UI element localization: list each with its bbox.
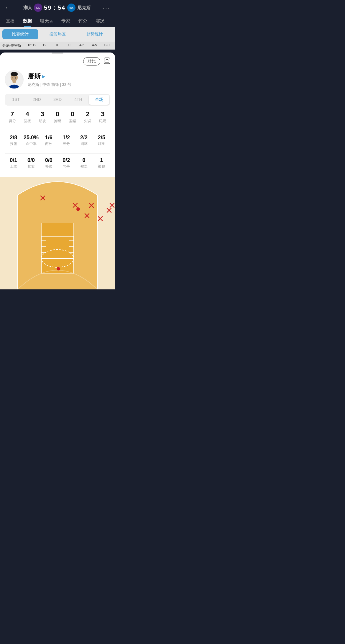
advanced-stat-item: 0/0补篮: [40, 157, 58, 169]
advanced-stats-section: 0/1上篮0/0扣篮0/0补篮0/2勾手0被盖1被犯: [0, 157, 115, 175]
score-display: 湖人 LAL 59 : 54 NYK 尼克斯: [23, 4, 91, 12]
stat-item: 0抢断: [50, 110, 65, 124]
divider-1: [5, 131, 110, 131]
compare-button[interactable]: 对比: [83, 57, 100, 65]
player-name: 唐斯 ▶: [28, 72, 71, 81]
player-avatar: [5, 70, 24, 89]
lal-badge: LAL: [34, 4, 42, 12]
shoot-label: 三分: [58, 141, 75, 146]
svg-rect-22: [41, 223, 74, 236]
stat-item: 3犯规: [95, 110, 110, 124]
shooting-stats-row: 2/8投篮25.0%命中率1/6两分1/2三分2/2罚球2/5跳投: [5, 135, 110, 146]
period-tab-3rd[interactable]: 3RD: [47, 95, 68, 105]
player-nav-arrow[interactable]: ▶: [42, 74, 45, 79]
modal-handle: [52, 53, 63, 54]
svg-point-5: [11, 72, 18, 76]
stat-value: 0: [50, 110, 65, 118]
stat-label: 失误: [80, 119, 95, 124]
shoot-value: 1/6: [40, 135, 58, 141]
divider-2: [5, 153, 110, 154]
shoot-label: 罚球: [75, 141, 93, 146]
score-separator: :: [53, 4, 56, 11]
sub-tab-match-stats[interactable]: 比赛统计: [2, 29, 38, 39]
shoot-value: 25.0%: [22, 135, 40, 141]
header: ← 湖人 LAL 59 : 54 NYK 尼克斯 ···: [0, 0, 115, 15]
sub-tab-trend[interactable]: 趋势统计: [77, 29, 113, 39]
stat-label: 盖帽: [65, 119, 80, 124]
advanced-value: 1: [93, 157, 110, 163]
svg-point-7: [15, 77, 16, 78]
home-team-name: 湖人: [23, 5, 32, 11]
advanced-value: 0: [75, 157, 93, 163]
shot-chart-court: [0, 177, 115, 289]
shoot-value: 2/5: [93, 135, 110, 141]
stat-label: 抢断: [50, 119, 65, 124]
advanced-label: 补篮: [40, 164, 58, 169]
shoot-label: 命中率: [22, 141, 40, 146]
main-stats-row: 7得分4篮板3助攻0抢断0盖帽2失误3犯规: [5, 110, 110, 124]
stat-item: 3助攻: [35, 110, 50, 124]
shoot-value: 2/2: [75, 135, 93, 141]
advanced-stat-item: 0/1上篮: [5, 157, 22, 169]
advanced-stat-item: 0/2勾手: [58, 157, 75, 169]
advanced-stats-row: 0/1上篮0/0扣篮0/0补篮0/2勾手0被盖1被犯: [5, 157, 110, 169]
advanced-value: 0/0: [22, 157, 40, 163]
advanced-label: 扣篮: [22, 164, 40, 169]
share-button[interactable]: [104, 57, 110, 65]
stats-table-preview-row: 分尼-史密斯 16:12 12 0 0 4-5 4-5 0-0: [0, 42, 115, 50]
shoot-value: 2/8: [5, 135, 22, 141]
tab-situation[interactable]: 赛况: [92, 15, 108, 27]
player-detail-sheet: 对比: [0, 53, 115, 289]
shoot-label: 跳投: [93, 141, 110, 146]
shoot-label: 两分: [40, 141, 58, 146]
shoot-label: 投篮: [5, 141, 22, 146]
sub-tabs: 比赛统计 投篮热区 趋势统计: [0, 27, 115, 42]
period-tab-2nd[interactable]: 2ND: [26, 95, 47, 105]
tab-expert[interactable]: 专家: [58, 15, 74, 27]
period-tab-4th[interactable]: 4TH: [68, 95, 88, 105]
more-options-button[interactable]: ···: [103, 4, 110, 11]
advanced-label: 勾手: [58, 164, 75, 169]
tab-live[interactable]: 直播: [2, 15, 18, 27]
stat-value: 3: [95, 110, 110, 118]
advanced-label: 上篮: [5, 164, 22, 169]
shoot-value: 1/2: [58, 135, 75, 141]
stat-item: 0盖帽: [65, 110, 80, 124]
stat-label: 助攻: [35, 119, 50, 124]
period-tab-full[interactable]: 全场: [89, 95, 109, 105]
svg-point-29: [76, 207, 80, 211]
stat-value: 7: [5, 110, 20, 118]
advanced-value: 0/2: [58, 157, 75, 163]
player-meta: 尼克斯 | 中锋-前锋 | 32 号: [28, 82, 71, 87]
svg-point-6: [12, 77, 13, 78]
sub-tab-shot-zone[interactable]: 投篮热区: [40, 29, 75, 39]
advanced-stat-item: 1被犯: [93, 157, 110, 169]
advanced-label: 被犯: [93, 164, 110, 169]
back-button[interactable]: ←: [5, 4, 11, 12]
stat-value: 0: [65, 110, 80, 118]
away-score: 54: [58, 4, 65, 11]
stat-item: 7得分: [5, 110, 20, 124]
tab-data[interactable]: 数据: [19, 15, 35, 27]
shoot-stat-item: 2/5跳投: [93, 135, 110, 146]
shooting-stats-section: 2/8投篮25.0%命中率1/6两分1/2三分2/2罚球2/5跳投: [0, 135, 115, 152]
tab-rating[interactable]: 评分: [75, 15, 91, 27]
shoot-stat-item: 25.0%命中率: [22, 135, 40, 146]
stat-value: 4: [20, 110, 35, 118]
modal-actions: 对比: [0, 56, 115, 68]
player-info: 唐斯 ▶ 尼克斯 | 中锋-前锋 | 32 号: [0, 68, 115, 94]
tab-chat[interactable]: 聊天2k: [37, 15, 57, 27]
stat-value: 2: [80, 110, 95, 118]
stat-label: 篮板: [20, 119, 35, 124]
stat-label: 犯规: [95, 119, 110, 124]
stat-item: 2失误: [80, 110, 95, 124]
main-stats-section: 7得分4篮板3助攻0抢断0盖帽2失误3犯规: [0, 110, 115, 130]
shoot-stat-item: 1/2三分: [58, 135, 75, 146]
nav-tabs: 直播 数据 聊天2k 专家 评分 赛况: [0, 15, 115, 27]
shoot-stat-item: 2/8投篮: [5, 135, 22, 146]
stat-label: 得分: [5, 119, 20, 124]
period-tab-1st[interactable]: 1ST: [6, 95, 26, 105]
shoot-stat-item: 2/2罚球: [75, 135, 93, 146]
nyk-badge: NYK: [67, 4, 75, 12]
advanced-stat-item: 0/0扣篮: [22, 157, 40, 169]
